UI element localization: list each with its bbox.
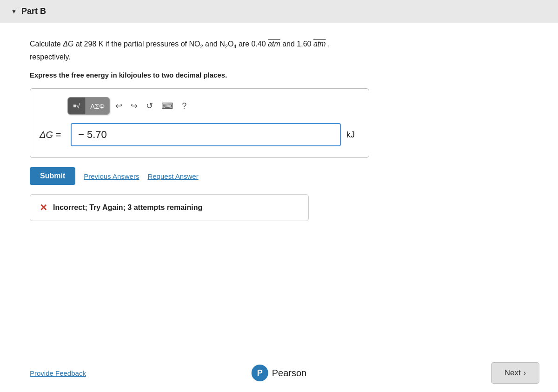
pearson-icon: P (252, 365, 268, 381)
submit-button[interactable]: Submit (30, 167, 75, 185)
feedback-box: ✕ Incorrect; Try Again; 3 attempts remai… (30, 194, 309, 221)
undo-button[interactable]: ↩ (113, 99, 125, 113)
page-wrapper: ▼ Part B Calculate ΔG at 298 K if the pa… (0, 0, 558, 392)
keyboard-icon: ⌨ (161, 101, 173, 111)
part-header: ▼ Part B (0, 0, 558, 23)
help-button[interactable]: ? (179, 99, 189, 113)
undo-icon: ↩ (115, 101, 122, 111)
provide-feedback-button[interactable]: Provide Feedback (30, 369, 86, 377)
action-row: Submit Previous Answers Request Answer (30, 167, 528, 185)
incorrect-icon: ✕ (40, 202, 47, 213)
math-btn-group: ■√ ΑΣΦ (67, 97, 110, 115)
help-icon: ? (182, 101, 186, 111)
answer-input[interactable] (71, 123, 341, 146)
question-text: Calculate ΔG at 298 K if the partial pre… (30, 38, 528, 63)
input-label: ΔG = (40, 130, 65, 140)
refresh-button[interactable]: ↺ (143, 99, 156, 113)
request-answer-button[interactable]: Request Answer (147, 172, 198, 180)
chevron-right-icon: › (524, 369, 526, 377)
input-row: ΔG = kJ (40, 123, 359, 146)
keyboard-button[interactable]: ⌨ (159, 99, 176, 113)
symbols-button[interactable]: ΑΣΦ (86, 98, 109, 114)
redo-button[interactable]: ↪ (128, 99, 140, 113)
pearson-label: Pearson (272, 368, 307, 379)
main-content: Calculate ΔG at 298 K if the partial pre… (0, 23, 558, 232)
instruction-text: Express the free energy in kilojoules to… (30, 71, 528, 79)
redo-icon: ↪ (131, 101, 138, 111)
next-label: Next (505, 368, 521, 378)
pearson-logo: P Pearson (252, 365, 307, 381)
previous-answers-button[interactable]: Previous Answers (84, 172, 139, 180)
refresh-icon: ↺ (146, 101, 153, 111)
unit-label: kJ (346, 130, 359, 140)
collapse-arrow-icon[interactable]: ▼ (11, 8, 17, 15)
math-toolbar: ■√ ΑΣΦ ↩ ↪ ↺ ⌨ ? (40, 97, 359, 115)
feedback-message: Incorrect; Try Again; 3 attempts remaini… (53, 203, 202, 212)
part-title: Part B (21, 7, 46, 16)
radical-button[interactable]: ■√ (68, 98, 86, 114)
footer: Provide Feedback P Pearson Next › (0, 354, 558, 392)
next-button[interactable]: Next › (491, 362, 539, 384)
answer-box: ■√ ΑΣΦ ↩ ↪ ↺ ⌨ ? (30, 88, 369, 158)
